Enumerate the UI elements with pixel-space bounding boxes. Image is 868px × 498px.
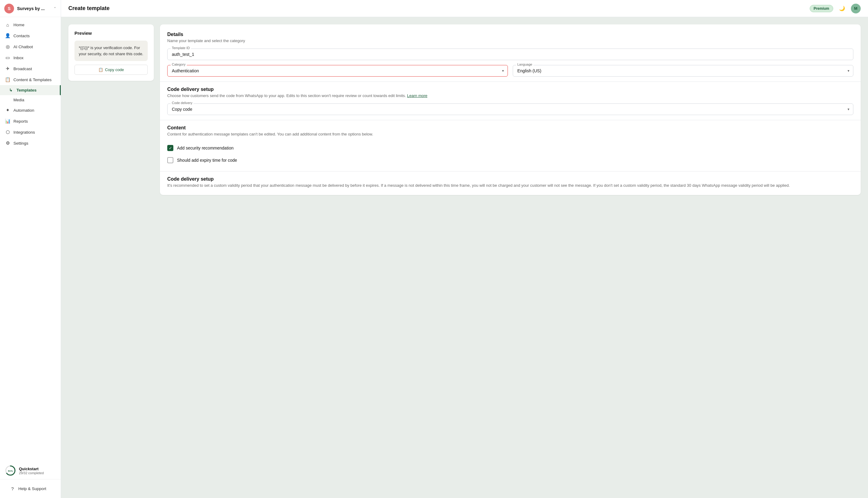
preview-card: Preview *{{1}}* is your verification cod… bbox=[68, 24, 154, 81]
help-label: Help & Support bbox=[18, 486, 47, 491]
divider-3 bbox=[160, 171, 861, 171]
copy-code-label: Copy code bbox=[105, 67, 124, 72]
details-card: Details Name your template and select th… bbox=[160, 24, 861, 195]
sidebar-item-contacts[interactable]: 👤 Contacts bbox=[0, 30, 61, 41]
language-select[interactable]: English (US) English (UK) Spanish bbox=[517, 68, 849, 73]
sidebar-item-ai-chatbot[interactable]: ◎ AI Chatbot bbox=[0, 41, 61, 52]
sidebar-item-label: Broadcast bbox=[13, 66, 32, 71]
content-templates-icon: 📋 bbox=[5, 77, 10, 82]
code-delivery-label: Code delivery bbox=[171, 101, 194, 105]
template-id-field: Template ID bbox=[167, 49, 853, 60]
sidebar-item-label: Settings bbox=[13, 141, 28, 146]
sidebar-item-label: Templates bbox=[16, 88, 37, 92]
templates-icon: ↳ bbox=[8, 88, 13, 92]
sidebar-item-label: Content & Templates bbox=[13, 78, 52, 82]
security-rec-row: ✓ Add security recommendation bbox=[167, 142, 853, 154]
sidebar-header[interactable]: S Surveys by ... ⌃ bbox=[0, 0, 61, 17]
sidebar: S Surveys by ... ⌃ ⌂ Home 👤 Contacts ◎ A… bbox=[0, 0, 61, 498]
svg-text:91%: 91% bbox=[8, 470, 13, 472]
copy-code-icon: 📋 bbox=[98, 67, 103, 72]
org-name: Surveys by ... bbox=[17, 6, 50, 11]
sidebar-item-inbox[interactable]: ▭ Inbox bbox=[0, 52, 61, 63]
code-delivery-select[interactable]: Copy code One-tap autofill Zero-tap auto… bbox=[172, 107, 849, 112]
reports-icon: 📊 bbox=[5, 118, 10, 124]
sidebar-item-help[interactable]: ? Help & Support bbox=[5, 483, 56, 494]
language-group: Language English (US) English (UK) Spani… bbox=[513, 65, 853, 77]
sidebar-item-settings[interactable]: ⚙ Settings bbox=[0, 137, 61, 148]
template-id-input[interactable] bbox=[172, 52, 849, 57]
sidebar-item-home[interactable]: ⌂ Home bbox=[0, 19, 61, 30]
home-icon: ⌂ bbox=[5, 22, 10, 27]
sidebar-item-content-templates[interactable]: 📋 Content & Templates bbox=[0, 74, 61, 85]
sidebar-item-reports[interactable]: 📊 Reports bbox=[0, 116, 61, 127]
quickstart-title: Quickstart bbox=[19, 467, 56, 471]
sidebar-item-integrations[interactable]: ⬡ Integrations bbox=[0, 127, 61, 137]
ai-chatbot-icon: ◎ bbox=[5, 44, 10, 50]
org-logo: S bbox=[4, 4, 14, 13]
code-delivery-subtitle-text: Choose how customers send the code from … bbox=[167, 93, 406, 98]
sidebar-item-media[interactable]: Media bbox=[0, 95, 61, 105]
user-avatar[interactable]: M bbox=[851, 4, 861, 13]
preview-panel: Preview *{{1}}* is your verification cod… bbox=[68, 24, 154, 491]
quickstart-progress-ring: 91% bbox=[5, 465, 16, 476]
code-delivery-group: Code delivery Copy code One-tap autofill… bbox=[167, 103, 853, 115]
learn-more-link[interactable]: Learn more bbox=[407, 93, 427, 98]
sidebar-item-automation[interactable]: ✦ Automation bbox=[0, 105, 61, 116]
chevron-icon: ⌃ bbox=[53, 6, 56, 11]
details-panel: Details Name your template and select th… bbox=[160, 24, 861, 491]
category-select[interactable]: Authentication Marketing Utility bbox=[172, 68, 503, 73]
sidebar-item-label: Media bbox=[13, 97, 24, 102]
inbox-icon: ▭ bbox=[5, 55, 10, 61]
sidebar-item-label: Reports bbox=[13, 119, 28, 123]
content-section-title: Content bbox=[167, 125, 853, 131]
expiry-label: Should add expiry time for code bbox=[177, 158, 237, 163]
sidebar-nav: ⌂ Home 👤 Contacts ◎ AI Chatbot ▭ Inbox ✈… bbox=[0, 17, 61, 462]
sidebar-item-label: Automation bbox=[13, 108, 34, 113]
category-group: Category Authentication Marketing Utilit… bbox=[167, 65, 508, 77]
category-language-row: Category Authentication Marketing Utilit… bbox=[167, 65, 853, 77]
help-icon: ? bbox=[10, 486, 15, 491]
security-rec-label: Add security recommendation bbox=[177, 146, 234, 150]
details-section-subtitle: Name your template and select the catego… bbox=[167, 38, 853, 43]
automation-icon: ✦ bbox=[5, 107, 10, 113]
details-section-title: Details bbox=[167, 32, 853, 37]
sidebar-item-label: Contacts bbox=[13, 34, 30, 38]
dark-mode-toggle[interactable]: 🌙 bbox=[838, 4, 847, 13]
topbar-right: Premium 🌙 M bbox=[810, 4, 861, 13]
content-section-subtitle: Content for authentication message templ… bbox=[167, 132, 853, 136]
preview-title: Preview bbox=[75, 30, 148, 36]
divider-1 bbox=[160, 81, 861, 82]
code-delivery-field: Code delivery Copy code One-tap autofill… bbox=[167, 103, 853, 115]
code-delivery-2-text: It's recommended to set a custom validit… bbox=[167, 183, 853, 188]
language-field: Language English (US) English (UK) Spani… bbox=[513, 65, 853, 77]
sidebar-item-label: AI Chatbot bbox=[13, 44, 33, 49]
content-area: Preview *{{1}}* is your verification cod… bbox=[61, 17, 868, 498]
integrations-icon: ⬡ bbox=[5, 129, 10, 135]
page-title: Create template bbox=[68, 5, 109, 12]
sidebar-item-label: Home bbox=[13, 23, 24, 27]
expiry-row: Should add expiry time for code bbox=[167, 154, 853, 166]
language-label: Language bbox=[516, 63, 534, 66]
category-label: Category bbox=[171, 63, 187, 66]
preview-message-bubble: *{{1}}* is your verification code. For y… bbox=[75, 41, 148, 61]
expiry-checkbox[interactable] bbox=[167, 157, 173, 163]
divider-2 bbox=[160, 120, 861, 120]
contacts-icon: 👤 bbox=[5, 33, 10, 38]
security-rec-checkbox[interactable]: ✓ bbox=[167, 145, 173, 151]
copy-code-button[interactable]: 📋 Copy code bbox=[75, 65, 148, 75]
main: Create template Premium 🌙 M Preview *{{1… bbox=[61, 0, 868, 498]
sidebar-item-templates[interactable]: ↳ Templates bbox=[0, 85, 61, 95]
quickstart-section[interactable]: 91% Quickstart 29/32 completed bbox=[0, 462, 61, 479]
quickstart-info: Quickstart 29/32 completed bbox=[19, 467, 56, 475]
topbar: Create template Premium 🌙 M bbox=[61, 0, 868, 17]
code-delivery-2-title: Code delivery setup bbox=[167, 176, 853, 182]
quickstart-subtitle: 29/32 completed bbox=[19, 471, 56, 475]
premium-badge[interactable]: Premium bbox=[810, 5, 833, 12]
checkmark-icon: ✓ bbox=[169, 146, 172, 150]
sidebar-item-broadcast[interactable]: ✈ Broadcast bbox=[0, 63, 61, 74]
template-id-label: Template ID bbox=[171, 46, 191, 50]
sidebar-footer: ? Help & Support bbox=[0, 479, 61, 498]
settings-icon: ⚙ bbox=[5, 140, 10, 146]
code-delivery-section-title: Code delivery setup bbox=[167, 87, 853, 92]
template-id-group: Template ID bbox=[167, 49, 853, 60]
